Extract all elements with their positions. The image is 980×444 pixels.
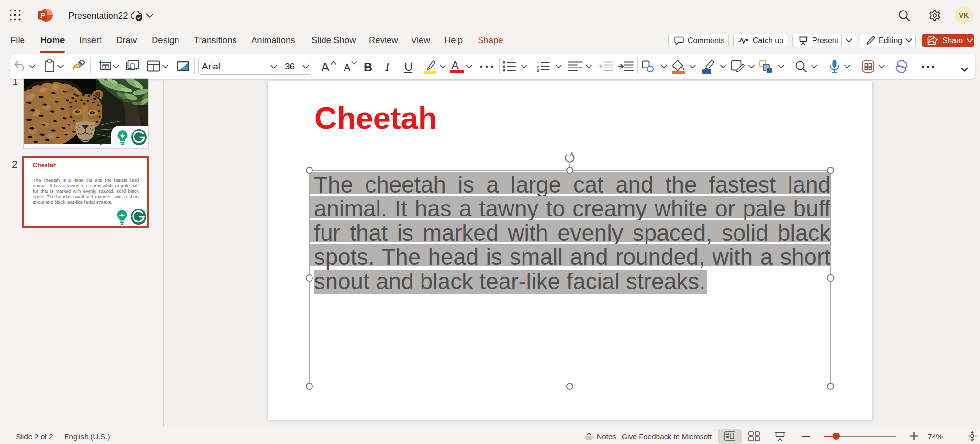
svg-text:3: 3 (537, 68, 539, 73)
svg-text:P: P (40, 11, 45, 19)
